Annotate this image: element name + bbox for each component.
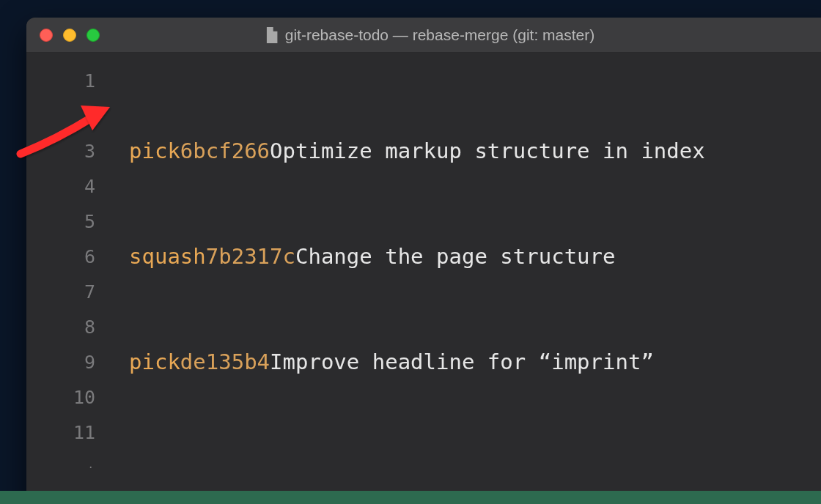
commit-hash: 7b2317c — [206, 239, 295, 274]
line-number: 8 — [26, 309, 108, 344]
line-number: 6 — [26, 239, 108, 274]
window-controls — [40, 29, 100, 42]
line-number: 9 — [26, 344, 108, 379]
editor-window: git-rebase-todo — rebase-merge (git: mas… — [26, 18, 821, 504]
code-area[interactable]: pick 6bcf266 Optimize markup structure i… — [108, 53, 821, 504]
line-number: 2 — [26, 98, 108, 133]
blank-line[interactable] — [129, 450, 821, 485]
rebase-command-line[interactable]: pick de135b4 Improve headline for “impri… — [129, 344, 821, 379]
title-text: git-rebase-todo — rebase-merge (git: mas… — [285, 26, 595, 44]
commit-hash: 6bcf266 — [180, 133, 270, 168]
line-number: 4 — [26, 168, 108, 204]
bottom-edge — [0, 491, 821, 504]
line-number-gutter: 1 2 3 4 5 6 7 8 9 10 11 · 12 — [26, 53, 108, 504]
line-number: 7 — [26, 274, 108, 309]
minimize-button[interactable] — [63, 29, 76, 42]
line-number: 11 — [26, 415, 108, 450]
commit-message: Optimize markup structure in index — [270, 133, 718, 168]
rebase-command-line[interactable]: squash 7b2317c Change the page structure — [129, 239, 821, 274]
line-number: 10 — [26, 379, 108, 415]
maximize-button[interactable] — [86, 29, 100, 42]
line-number: 1 — [26, 63, 108, 98]
commit-hash: de135b4 — [180, 344, 270, 379]
rebase-command-line[interactable]: pick 6bcf266 Optimize markup structure i… — [129, 133, 821, 168]
titlebar: git-rebase-todo — rebase-merge (git: mas… — [26, 18, 821, 53]
rebase-keyword: pick — [129, 133, 180, 168]
rebase-keyword: pick — [129, 344, 180, 379]
line-number: 5 — [26, 204, 108, 239]
editor-pane[interactable]: 1 2 3 4 5 6 7 8 9 10 11 · 12 pick 6bcf26… — [26, 53, 821, 504]
window-title: git-rebase-todo — rebase-merge (git: mas… — [265, 26, 595, 44]
file-icon — [265, 27, 278, 43]
commit-message: Improve headline for “imprint” — [270, 344, 654, 379]
close-button[interactable] — [40, 29, 53, 42]
line-number: 3 — [26, 133, 108, 168]
rebase-keyword: squash — [129, 239, 206, 274]
line-wrap-indicator: · — [26, 450, 108, 485]
commit-message: Change the page structure — [295, 239, 616, 274]
